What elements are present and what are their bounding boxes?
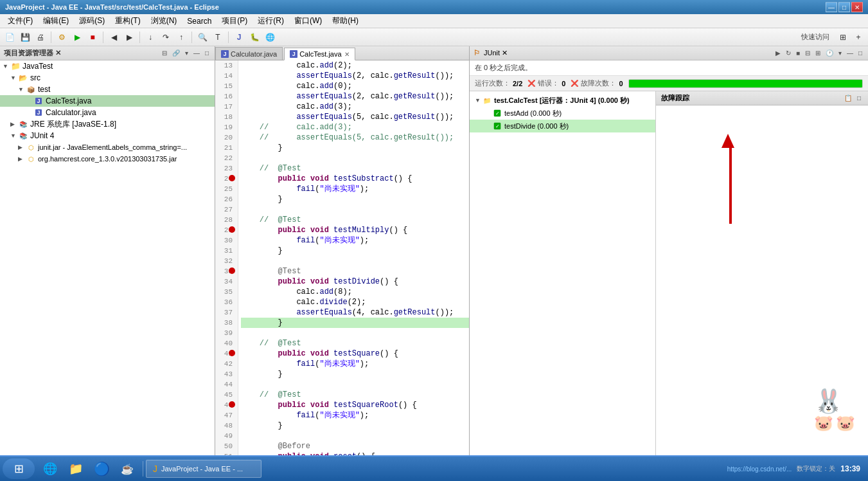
runs-value: 2/2	[513, 80, 522, 87]
taskbar-ide-icon[interactable]: ☕	[116, 458, 139, 479]
failure-trace-controls[interactable]: 📋 □	[842, 94, 863, 102]
junit-panel-controls[interactable]: ▶ ↻ ■ ⊟ ⊞ 🕐 ▾ — □	[774, 49, 864, 57]
line-39: 39	[218, 328, 235, 338]
junit-failure-trace-panel: 故障跟踪 📋 □ 🐰	[656, 91, 868, 467]
line-30: 30	[218, 235, 235, 246]
save-button[interactable]: 💾	[18, 30, 32, 44]
link-editor-icon[interactable]: 🔗	[170, 49, 182, 57]
perspective-layout[interactable]: ⊞	[836, 30, 850, 44]
code-line-14: assertEquals(2, calc.getResult());	[241, 71, 469, 81]
window-title: JavaProject - Java EE - JavaTest/src/tes…	[5, 3, 219, 11]
copy-trace-icon[interactable]: 📋	[842, 94, 854, 102]
taskbar-explorer-icon[interactable]: 📁	[64, 458, 87, 479]
code-line-16: assertEquals(2, calc.getResult());	[241, 91, 469, 102]
panel-header-controls[interactable]: ⊟ 🔗 ▾ — □	[160, 49, 211, 57]
taskbar-chrome-icon[interactable]: 🔵	[90, 458, 113, 479]
close-button[interactable]: ✕	[851, 2, 863, 12]
menu-search[interactable]: Search	[182, 15, 217, 27]
collapse-all-icon[interactable]: ⊟	[160, 49, 169, 57]
menu-run[interactable]: 运行(R)	[252, 14, 289, 28]
open-perspective[interactable]: +	[851, 30, 865, 44]
step-into-button[interactable]: ↓	[143, 30, 157, 44]
line-41: 41	[218, 349, 235, 359]
expand-all-junit-icon[interactable]: ⊞	[813, 49, 822, 57]
svg-text:✓: ✓	[495, 123, 500, 129]
junit-root-label: test.CalcTest [运行器：JUnit 4] (0.000 秒)	[494, 96, 630, 105]
line-24: 24	[218, 174, 235, 184]
code-line-21: }	[241, 143, 469, 153]
rerun-icon[interactable]: ▶	[774, 49, 783, 57]
code-line-22	[241, 153, 469, 163]
menu-project[interactable]: 项目(P)	[217, 14, 252, 28]
tree-item-src[interactable]: ▼ 📂 src	[0, 72, 215, 84]
search-icon[interactable]: 🔍	[195, 30, 209, 44]
maximize-button[interactable]: □	[838, 2, 850, 12]
minimize-junit-icon[interactable]: —	[845, 49, 855, 57]
line-13: 13	[218, 60, 235, 71]
minimize-button[interactable]: —	[826, 2, 837, 12]
minimize-panel-icon[interactable]: —	[191, 49, 202, 57]
code-area[interactable]: 13 14 15 16 17 18 19 20 21 22 23 24 25 2…	[215, 60, 469, 467]
debug-button[interactable]: ⚙	[55, 30, 69, 44]
menu-source[interactable]: 源码(S)	[74, 14, 110, 28]
tree-item-junit4[interactable]: ▼ 📚 JUnit 4	[0, 130, 215, 141]
tree-item-label: JUnit 4	[30, 131, 54, 140]
rerun-failed-icon[interactable]: ↻	[784, 49, 793, 57]
menu-window[interactable]: 窗口(W)	[289, 14, 327, 28]
code-line-41: public void testSquare() {	[241, 349, 469, 359]
step-over-button[interactable]: ↷	[159, 30, 173, 44]
tree-item-jre[interactable]: ▶ 📚 JRE 系统库 [JavaSE-1.8]	[0, 118, 215, 130]
code-line-37: assertEquals(4, calc.getResult());	[241, 307, 469, 318]
open-type-button[interactable]: T	[211, 30, 225, 44]
expand-trace-icon[interactable]: □	[855, 94, 863, 102]
tree-item-javatest[interactable]: ▼ 📁 JavaTest	[0, 60, 215, 72]
web-perspective[interactable]: 🌐	[263, 30, 277, 44]
junit-tree-testadd[interactable]: ✓ testAdd (0.000 秒)	[470, 107, 655, 120]
java-perspective[interactable]: J	[232, 30, 246, 44]
maximize-panel-icon[interactable]: □	[203, 49, 211, 57]
line-34: 34	[218, 277, 235, 287]
code-line-15: calc.add(0);	[241, 81, 469, 91]
tab-close-icon[interactable]: ✕	[344, 51, 350, 58]
start-button[interactable]: ⊞	[3, 458, 35, 479]
collapse-all-junit-icon[interactable]: ⊟	[803, 49, 812, 57]
menu-edit[interactable]: 编辑(E)	[38, 14, 74, 28]
junit-tree-testdivide[interactable]: ✓ testDivide (0.000 秒)	[470, 120, 655, 132]
code-line-43: }	[241, 369, 469, 379]
taskbar-active-window[interactable]: J JavaProject - Java EE - ...	[146, 460, 261, 478]
junit-tree-root[interactable]: ▼ 📁 test.CalcTest [运行器：JUnit 4] (0.000 秒…	[470, 94, 655, 107]
window-controls[interactable]: — □ ✕	[826, 2, 863, 12]
tree-item-calculator[interactable]: J Calculator.java	[0, 107, 215, 118]
forward-button[interactable]: ▶	[122, 30, 136, 44]
view-menu-junit-icon[interactable]: ▾	[837, 49, 844, 57]
line-31: 31	[218, 246, 235, 256]
code-text-area[interactable]: calc.add(2); assertEquals(2, calc.getRes…	[238, 60, 469, 467]
new-button[interactable]: 📄	[3, 30, 17, 44]
maximize-junit-icon[interactable]: □	[856, 49, 864, 57]
step-return-button[interactable]: ↑	[174, 30, 188, 44]
debug-perspective[interactable]: 🐛	[247, 30, 261, 44]
tree-item-calctest[interactable]: J CalcTest.java	[0, 95, 215, 107]
tab-calculator[interactable]: J Calculator.java	[215, 47, 283, 60]
back-button[interactable]: ◀	[107, 30, 121, 44]
history-icon[interactable]: 🕐	[824, 49, 835, 57]
menu-navigate[interactable]: 浏览(N)	[146, 14, 182, 28]
expand-arrow: ▶	[18, 156, 26, 162]
code-line-32	[241, 256, 469, 266]
print-button[interactable]: 🖨	[33, 30, 48, 44]
line-21: 21	[218, 143, 235, 153]
menu-refactor[interactable]: 重构(T)	[110, 14, 145, 28]
tree-item-junit-jar[interactable]: ▶ ⬡ junit.jar - JavaElementLabels_comma_…	[0, 141, 215, 153]
run-button[interactable]: ▶	[70, 30, 84, 44]
stop-button[interactable]: ■	[85, 30, 100, 44]
menu-file[interactable]: 文件(F)	[3, 14, 38, 28]
tab-calctest[interactable]: J CalcTest.java ✕	[284, 48, 355, 60]
runs-label: 运行次数：	[475, 78, 510, 88]
tree-item-test[interactable]: ▼ 📦 test	[0, 84, 215, 95]
expand-arrow: ▶	[18, 144, 26, 150]
stop-junit-icon[interactable]: ■	[794, 49, 802, 57]
menu-help[interactable]: 帮助(H)	[327, 14, 364, 28]
view-menu-icon[interactable]: ▾	[183, 49, 190, 57]
tree-item-hamcrest-jar[interactable]: ▶ ⬡ org.hamcrest.core_1.3.0.v20130303173…	[0, 153, 215, 165]
taskbar-ie-icon[interactable]: 🌐	[39, 458, 62, 479]
